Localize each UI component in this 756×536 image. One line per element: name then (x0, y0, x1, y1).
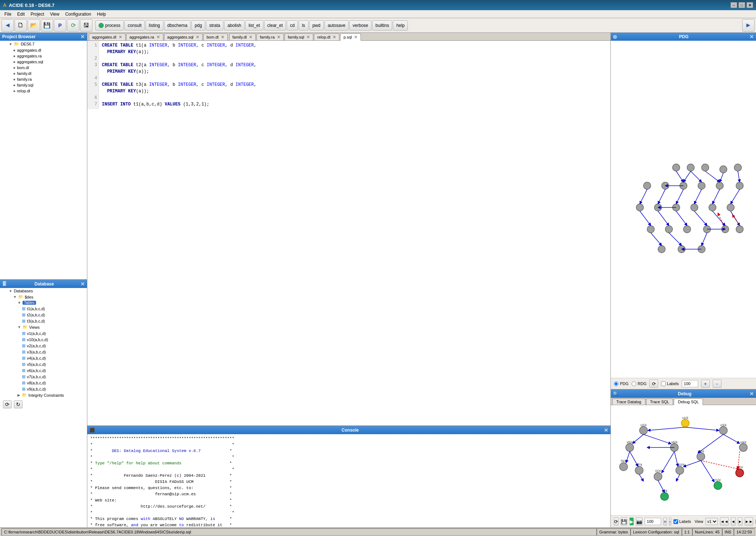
tab-trace-datalog[interactable]: Trace Datalog (612, 399, 645, 405)
tree-file-aggregates-sql[interactable]: ● aggregates.sql (0, 59, 87, 65)
pdg-refresh-button[interactable]: ⟳ (649, 380, 658, 388)
tree-view-v2[interactable]: ▦ v2(a,b,c,d) (0, 343, 87, 349)
tab-p-sql[interactable]: p.sql ✕ (340, 33, 361, 41)
tree-databases[interactable]: ▼ Databases (0, 288, 87, 294)
tree-view-v10[interactable]: ▦ v10(a,b,c,d) (0, 336, 87, 343)
pdg-zoom-out-button[interactable]: - (713, 380, 721, 388)
debug-next3-button[interactable]: ►► (745, 517, 753, 525)
list-et-button[interactable]: list_et (245, 20, 263, 31)
print-button[interactable]: P (54, 19, 66, 32)
tree-table-t3[interactable]: ▦ t3(a,b,c,d) (0, 318, 87, 324)
tree-view-v4[interactable]: ▦ v4(a,b,c,d) (0, 355, 87, 361)
tab-aggregates-ra[interactable]: aggregates.ra ✕ (126, 33, 163, 40)
tree-table-t1[interactable]: ▦ t1(a,b,c,d) (0, 305, 87, 312)
refresh-button[interactable]: ⟳ (67, 19, 79, 32)
editor-area[interactable]: 1 2 3 4 5 6 7 CREATE TABLE t1(a INTEGER,… (87, 41, 610, 425)
tab-close-aggregates-dl[interactable]: ✕ (119, 35, 122, 40)
tab-close-aggregates-ra[interactable]: ✕ (156, 35, 160, 40)
tab-relop-dl[interactable]: relop.dl ✕ (314, 33, 339, 40)
tree-file-aggregates-dl[interactable]: ● aggregates.dl (0, 47, 87, 53)
tree-file-family-ra[interactable]: ● family.ra (0, 76, 87, 82)
tree-file-relop-dl[interactable]: ● relop.dl (0, 88, 87, 94)
debug-prev3-button[interactable]: ◄◄ (720, 517, 729, 525)
new-file-button[interactable]: 🗋 (15, 19, 27, 32)
tree-tables-group[interactable]: ▼ Tables (0, 300, 87, 305)
console-content[interactable]: ****************************************… (87, 434, 610, 527)
help-button[interactable]: help (393, 20, 408, 31)
debug-refresh-button[interactable]: ⟳ (614, 517, 618, 525)
close-button[interactable]: ✕ (747, 2, 753, 8)
tree-view-v7[interactable]: ▦ v7(a,b,c,d) (0, 373, 87, 380)
cd-button[interactable]: cd (287, 20, 298, 31)
console-close[interactable]: ✕ (604, 427, 608, 433)
open-file-button[interactable]: 📂 (28, 19, 40, 32)
tree-view-v6[interactable]: ▦ v6(a,b,c,d) (0, 367, 87, 373)
debug-next-button[interactable]: ► (738, 517, 743, 525)
minimize-button[interactable]: ─ (731, 2, 737, 8)
pdg-radio[interactable] (614, 381, 618, 386)
debug-zoom-out-button[interactable]: - (669, 517, 671, 525)
tab-bom-dl[interactable]: bom.dl ✕ (203, 33, 228, 40)
code-lines[interactable]: CREATE TABLE t1(a INTEGER, b INTEGER, c … (99, 41, 610, 109)
pdg-zoom-in-button[interactable]: + (701, 380, 710, 388)
process-button[interactable]: process (95, 20, 124, 31)
tab-close-relop-dl[interactable]: ✕ (333, 35, 336, 40)
menu-view[interactable]: View (47, 11, 62, 17)
tab-aggregates-sql[interactable]: aggregates.sql ✕ (164, 33, 203, 40)
verbose-button[interactable]: verbose (349, 20, 371, 31)
tab-family-dl[interactable]: family.dl ✕ (229, 33, 256, 40)
tree-integrity-group[interactable]: ▶ 📁 Integrity Constraints (0, 392, 87, 398)
debug-save-button[interactable]: 💾 (621, 517, 627, 525)
tree-table-t2[interactable]: ▦ t2(a,b,c,d) (0, 312, 87, 318)
abolish-button[interactable]: abolish (224, 20, 244, 31)
dbschema-button[interactable]: dbschema (164, 20, 191, 31)
debug-zoom-input[interactable] (645, 518, 661, 525)
clear-et-button[interactable]: clear_et (264, 20, 286, 31)
menu-configuration[interactable]: Configuration (62, 11, 94, 17)
db-reload-button[interactable]: ↻ (14, 400, 23, 408)
tree-file-family-sql[interactable]: ● family.sql (0, 82, 87, 88)
tree-file-bom-dl[interactable]: ● bom.dl (0, 65, 87, 71)
tab-close-family-sql[interactable]: ✕ (306, 35, 310, 40)
debug-close[interactable]: ✕ (749, 391, 754, 397)
maximize-button[interactable]: □ (739, 2, 745, 8)
debug-prev-button[interactable]: ◄ (731, 517, 736, 525)
ls-button[interactable]: ls (299, 20, 309, 31)
tab-close-bom-dl[interactable]: ✕ (221, 35, 224, 40)
back-button[interactable]: ◄ (1, 19, 14, 32)
menu-file[interactable]: File (1, 11, 14, 17)
tree-views-group[interactable]: ▼ 📁 Views (0, 324, 87, 330)
tree-view-v8[interactable]: ▦ v8(a,b,c,d) (0, 380, 87, 386)
saveas-button[interactable]: 🖫 (80, 19, 92, 32)
database-panel-close[interactable]: ✕ (80, 281, 85, 287)
pdg-zoom-input[interactable] (682, 380, 698, 387)
tab-family-ra[interactable]: family.ra ✕ (256, 33, 284, 40)
db-refresh-button[interactable]: ⟳ (3, 400, 12, 408)
forward-button[interactable]: ► (742, 19, 755, 32)
tree-view-v5[interactable]: ▦ v5(a,b,c,d) (0, 361, 87, 367)
tab-close-p-sql[interactable]: ✕ (354, 35, 358, 40)
pdg-button[interactable]: pdg (191, 20, 205, 31)
rdg-radio[interactable] (632, 381, 636, 386)
menu-help[interactable]: Help (94, 11, 109, 17)
tree-file-family-dl[interactable]: ● family.dl (0, 71, 87, 76)
tree-view-v9[interactable]: ▦ v9(a,b,c,d) (0, 386, 87, 392)
tree-file-aggregates-ra[interactable]: ● aggregates.ra (0, 53, 87, 59)
save-file-button[interactable]: 💾 (41, 19, 53, 32)
listing-button[interactable]: listing (146, 20, 163, 31)
tab-close-family-ra[interactable]: ✕ (277, 35, 280, 40)
labels-checkbox[interactable] (661, 381, 666, 386)
tab-trace-sql[interactable]: Trace SQL (646, 399, 673, 405)
tree-view-v1[interactable]: ▦ v1(a,b,c,d) (0, 330, 87, 336)
menu-edit[interactable]: Edit (14, 11, 28, 17)
debug-export-button[interactable]: 📷 (636, 517, 642, 525)
project-browser-close[interactable]: ✕ (80, 34, 85, 40)
debug-run-button[interactable]: ▶ (629, 517, 634, 525)
tab-close-aggregates-sql[interactable]: ✕ (196, 35, 199, 40)
tree-des-db[interactable]: ▼ 📁 $des (0, 294, 87, 300)
debug-labels-checkbox[interactable] (673, 519, 678, 524)
debug-zoom-in-button[interactable]: + (663, 517, 667, 525)
tab-aggregates-dl[interactable]: aggregates.dl ✕ (89, 33, 126, 40)
strata-button[interactable]: strata (206, 20, 223, 31)
tab-family-sql[interactable]: family.sql ✕ (285, 33, 313, 40)
